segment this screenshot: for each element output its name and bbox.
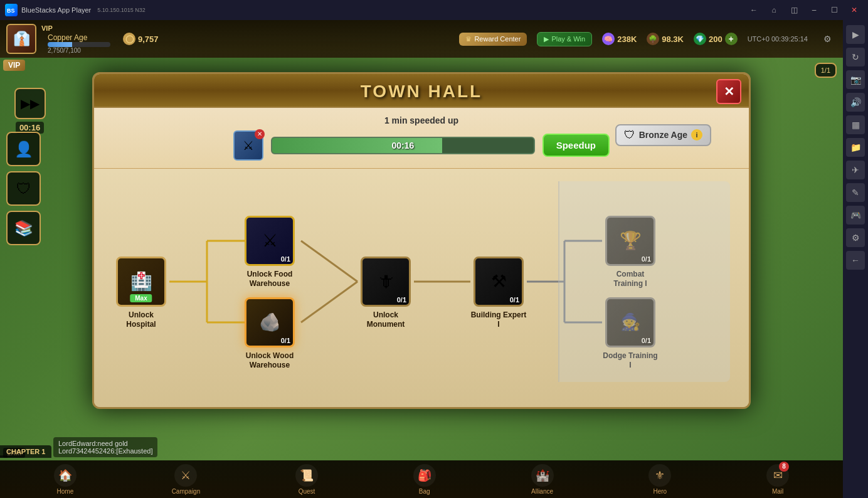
hospital-icon[interactable]: 🏥 Max xyxy=(116,257,166,307)
sidebar-camera-icon[interactable]: 📷 xyxy=(846,70,865,89)
mail-badge: 8 xyxy=(779,462,789,472)
food-warehouse-icon[interactable]: ⚔ 0/1 xyxy=(245,216,295,266)
speedup-message: 1 min speeded up xyxy=(384,115,458,125)
task-cancel-icon[interactable]: ✕ xyxy=(255,129,265,139)
building-expert-badge: 0/1 xyxy=(510,296,519,304)
dodge-training-icon[interactable]: 🧙 0/1 xyxy=(605,297,655,347)
sidebar-expand-icon[interactable]: ▶ xyxy=(846,25,865,44)
progress-task-icon: ⚔ ✕ xyxy=(233,130,263,161)
sidebar-screenshot-icon[interactable]: ▦ xyxy=(846,115,865,134)
speedup-btn[interactable]: Speedup xyxy=(542,134,610,157)
node-wood-warehouse[interactable]: 🪨 0/1 Unlock WoodWarehouse xyxy=(245,297,295,371)
sidebar-settings-icon[interactable]: ⚙ xyxy=(846,228,865,247)
bs-logo: BS BlueStacks App Player 5.10.150.1015 N… xyxy=(5,4,146,16)
age-name: Bronze Age xyxy=(639,130,687,140)
hero-icon: ⚜ xyxy=(648,464,671,487)
bottom-nav-bar: 1KM 🏠 Home ⚔ Campaign 📜 Quest 🎒 Bag 🏰 Al… xyxy=(0,460,843,498)
svg-line-6 xyxy=(301,241,357,282)
tech-tree-container: 🏥 Max Unlock Hospital ⚔ 0/1 Unlock FoodW… xyxy=(107,181,730,382)
age-badge: 🛡 Bronze Age i xyxy=(615,124,711,146)
monument-icon[interactable]: 🗡 0/1 xyxy=(361,257,411,307)
progress-time: 00:16 xyxy=(272,140,534,151)
combat-training-icon[interactable]: 🏆 0/1 xyxy=(605,216,655,266)
bs-logo-icon: BS xyxy=(5,4,18,16)
combat-training-label: Combat Training I xyxy=(602,270,659,289)
sidebar-gamepad-icon[interactable]: 🎮 xyxy=(846,206,865,225)
building-expert-icon[interactable]: ⚒ 0/1 xyxy=(474,257,524,307)
sidebar-back-icon[interactable]: ← xyxy=(846,251,865,270)
home-window-btn[interactable]: ⌂ xyxy=(765,4,783,16)
node-food-warehouse[interactable]: ⚔ 0/1 Unlock FoodWarehouse xyxy=(245,216,295,289)
alliance-icon: 🏰 xyxy=(531,464,554,487)
sidebar-sound-icon[interactable]: 🔊 xyxy=(846,93,865,112)
node-monument[interactable]: 🗡 0/1 Unlock Monument xyxy=(357,257,414,330)
wood-warehouse-label: Unlock WoodWarehouse xyxy=(246,351,294,371)
nav-quest-btn[interactable]: 📜 Quest xyxy=(295,464,318,495)
tech-tree: 🏥 Max Unlock Hospital ⚔ 0/1 Unlock FoodW… xyxy=(94,169,749,407)
hospital-max-badge: Max xyxy=(130,294,152,302)
node-building-expert[interactable]: ⚒ 0/1 Building Expert I xyxy=(470,257,527,330)
maximize-btn[interactable]: ☐ xyxy=(825,4,843,16)
wood-warehouse-badge: 0/1 xyxy=(281,337,290,344)
building-expert-label: Building Expert I xyxy=(470,310,527,330)
wood-warehouse-icon[interactable]: 🪨 0/1 xyxy=(245,297,295,347)
modal-overlay: TOWN HALL ✕ 1 min speeded up ⚔ ✕ 00:16 S… xyxy=(0,20,843,460)
nav-alliance-btn[interactable]: 🏰 Alliance xyxy=(531,464,554,495)
nav-hero-btn[interactable]: ⚜ Hero xyxy=(648,464,671,495)
multi-instance-btn[interactable]: ◫ xyxy=(785,4,803,16)
app-version: 5.10.150.1015 N32 xyxy=(97,7,146,13)
quest-icon: 📜 xyxy=(295,464,318,487)
close-btn[interactable]: ✕ xyxy=(845,4,863,16)
food-warehouse-badge: 0/1 xyxy=(281,255,290,263)
combat-training-badge: 0/1 xyxy=(642,255,651,263)
progress-row: ⚔ ✕ 00:16 Speedup xyxy=(233,130,610,161)
app-name: BlueStacks App Player xyxy=(21,6,91,14)
sidebar-flight-icon[interactable]: ✈ xyxy=(846,161,865,179)
hospital-label: Unlock Hospital xyxy=(113,310,169,330)
modal-title: TOWN HALL xyxy=(107,82,736,102)
modal-close-btn[interactable]: ✕ xyxy=(716,79,741,104)
town-hall-modal: TOWN HALL ✕ 1 min speeded up ⚔ ✕ 00:16 S… xyxy=(92,72,751,409)
shield-age-icon: 🛡 xyxy=(624,129,635,142)
svg-text:BS: BS xyxy=(7,8,15,14)
bag-icon: 🎒 xyxy=(413,464,436,487)
age-info-icon[interactable]: i xyxy=(691,129,702,140)
nav-home-btn[interactable]: 🏠 Home xyxy=(54,464,77,495)
progress-bar: 00:16 xyxy=(271,137,535,154)
right-sidebar: ▶ ↻ 📷 🔊 ▦ 📁 ✈ ✎ 🎮 ⚙ ← xyxy=(843,20,868,498)
node-combat-training[interactable]: 🏆 0/1 Combat Training I xyxy=(602,216,659,289)
window-controls: ← ⌂ ◫ – ☐ ✕ xyxy=(745,4,863,16)
bluestacks-bar: BS BlueStacks App Player 5.10.150.1015 N… xyxy=(0,0,868,20)
sidebar-edit-icon[interactable]: ✎ xyxy=(846,183,865,202)
campaign-icon: ⚔ xyxy=(174,464,197,487)
monument-badge: 0/1 xyxy=(397,296,406,304)
monument-label: Unlock Monument xyxy=(357,310,414,330)
modal-header: TOWN HALL ✕ xyxy=(94,74,749,108)
back-btn[interactable]: ← xyxy=(745,4,763,16)
home-icon: 🏠 xyxy=(54,464,77,487)
nav-campaign-btn[interactable]: ⚔ Campaign xyxy=(172,464,201,495)
sidebar-refresh-icon[interactable]: ↻ xyxy=(846,48,865,66)
nav-mail-btn[interactable]: ✉ Mail 8 xyxy=(766,464,789,495)
nav-bag-btn[interactable]: 🎒 Bag xyxy=(413,464,436,495)
food-warehouse-label: Unlock FoodWarehouse xyxy=(247,270,293,289)
svg-line-7 xyxy=(301,282,357,322)
node-hospital[interactable]: 🏥 Max Unlock Hospital xyxy=(113,257,169,330)
dodge-training-badge: 0/1 xyxy=(642,337,651,344)
minimize-btn[interactable]: – xyxy=(805,4,823,16)
sidebar-folder-icon[interactable]: 📁 xyxy=(846,138,865,157)
node-dodge-training[interactable]: 🧙 0/1 Dodge Training I xyxy=(602,297,659,371)
dodge-training-label: Dodge Training I xyxy=(602,351,659,371)
